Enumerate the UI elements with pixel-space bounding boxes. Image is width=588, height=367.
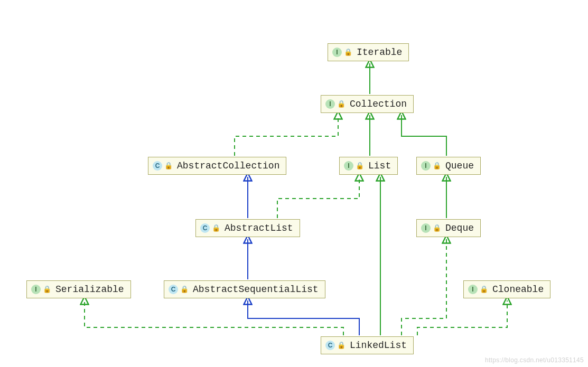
interface-badge-icon: I	[325, 99, 335, 109]
watermark-text: https://blog.csdn.net/u013351145	[485, 356, 584, 364]
node-label: AbstractSequentialList	[193, 284, 319, 295]
node-label: AbstractList	[225, 223, 293, 233]
node-label: AbstractCollection	[177, 161, 279, 171]
node-abstractcollection: C 🔒 AbstractCollection	[148, 157, 286, 175]
lock-icon: 🔒	[480, 285, 488, 294]
node-label: Deque	[445, 223, 474, 233]
lock-icon: 🔒	[344, 48, 352, 57]
interface-badge-icon: I	[421, 161, 431, 171]
class-badge-icon: C	[169, 285, 178, 294]
node-deque: I 🔒 Deque	[416, 219, 481, 237]
node-label: LinkedList	[350, 340, 407, 351]
node-label: List	[368, 161, 391, 171]
node-label: Queue	[445, 161, 474, 171]
lock-icon: 🔒	[212, 224, 220, 232]
node-abstractsequentiallist: C 🔒 AbstractSequentialList	[164, 280, 325, 298]
lock-icon: 🔒	[356, 162, 364, 170]
diagram-connectors	[0, 0, 588, 367]
node-linkedlist: C 🔒 LinkedList	[321, 336, 414, 354]
node-label: Cloneable	[492, 284, 544, 295]
lock-icon: 🔒	[337, 100, 346, 108]
lock-icon: 🔒	[433, 224, 441, 232]
class-badge-icon: C	[325, 341, 335, 350]
node-label: Collection	[350, 99, 407, 109]
interface-badge-icon: I	[421, 223, 431, 233]
node-serializable: I 🔒 Serializable	[26, 280, 131, 298]
lock-icon: 🔒	[43, 285, 51, 294]
node-collection: I 🔒 Collection	[321, 95, 414, 113]
interface-badge-icon: I	[332, 48, 342, 57]
node-abstractlist: C 🔒 AbstractList	[195, 219, 300, 237]
node-iterable: I 🔒 Iterable	[328, 43, 409, 61]
class-badge-icon: C	[153, 161, 162, 171]
node-label: Iterable	[357, 47, 402, 58]
lock-icon: 🔒	[180, 285, 189, 294]
lock-icon: 🔒	[164, 162, 173, 170]
lock-icon: 🔒	[433, 162, 441, 170]
lock-icon: 🔒	[337, 341, 346, 350]
interface-badge-icon: I	[31, 285, 41, 294]
class-badge-icon: C	[200, 223, 210, 233]
interface-badge-icon: I	[344, 161, 353, 171]
node-queue: I 🔒 Queue	[416, 157, 481, 175]
node-label: Serializable	[55, 284, 124, 295]
interface-badge-icon: I	[468, 285, 478, 294]
node-list: I 🔒 List	[339, 157, 398, 175]
node-cloneable: I 🔒 Cloneable	[463, 280, 550, 298]
